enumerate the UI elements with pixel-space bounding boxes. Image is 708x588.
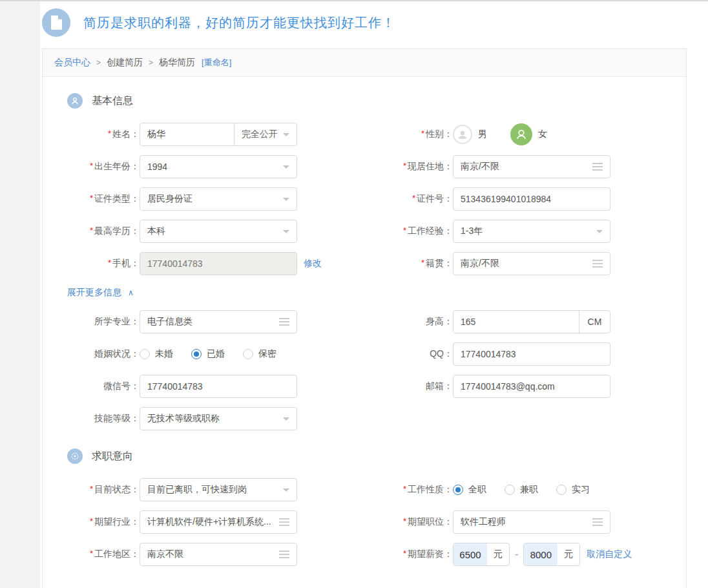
skill-level-select[interactable]: 无技术等级或职称 bbox=[140, 407, 297, 430]
height-field: CM bbox=[453, 310, 610, 333]
caret-down-icon bbox=[283, 165, 289, 169]
caret-down-icon bbox=[283, 417, 289, 421]
form-row-education-experience: *最高学历： 本科 *工作经验： 1-3年 bbox=[43, 215, 686, 247]
native-place-value: 南京/不限 bbox=[461, 258, 499, 269]
radio-icon bbox=[505, 485, 515, 495]
form-row-birth-residence: *出生年份： 1994 *现居住地： 南京/不限 bbox=[43, 151, 686, 183]
rename-link[interactable]: [重命名] bbox=[202, 57, 231, 68]
breadcrumb-separator: > bbox=[96, 58, 101, 67]
breadcrumb-current-resume: 杨华简历 bbox=[159, 57, 195, 68]
cancel-custom-salary-link[interactable]: 取消自定义 bbox=[587, 549, 632, 560]
required-icon: * bbox=[403, 226, 406, 235]
industry-label: *期望行业： bbox=[43, 516, 140, 528]
caret-down-icon bbox=[283, 488, 289, 492]
position-value: 软件工程师 bbox=[461, 516, 506, 528]
education-select[interactable]: 本科 bbox=[140, 220, 297, 243]
form-row-name-gender: *姓名： 完全公开 *性别： bbox=[43, 118, 686, 151]
education-label: *最高学历： bbox=[43, 226, 140, 237]
native-place-picker[interactable]: 南京/不限 bbox=[453, 252, 610, 275]
industry-picker[interactable]: 计算机软件/硬件+计算机系统... bbox=[140, 510, 297, 534]
required-icon: * bbox=[90, 193, 93, 203]
required-icon: * bbox=[108, 258, 111, 268]
marital-option-secret[interactable]: 保密 bbox=[243, 348, 276, 360]
work-area-value: 南京不限 bbox=[147, 549, 183, 560]
nature-option-fulltime[interactable]: 全职 bbox=[453, 484, 486, 496]
required-icon: * bbox=[90, 549, 93, 558]
residence-value: 南京/不限 bbox=[461, 161, 499, 173]
section-basic-info: 基本信息 bbox=[67, 91, 686, 110]
form-card: 会员中心 > 创建简历 > 杨华简历 [重命名] 基本信息 *姓名： bbox=[42, 48, 687, 588]
salary-range: 元 - 元 取消自定义 bbox=[453, 543, 632, 566]
nature-option-intern[interactable]: 实习 bbox=[556, 484, 590, 496]
experience-value: 1-3年 bbox=[461, 226, 483, 237]
marital-option-married[interactable]: 已婚 bbox=[191, 348, 225, 360]
work-area-label: *工作地区： bbox=[43, 549, 140, 560]
salary-max-field: 元 bbox=[523, 543, 580, 566]
gender-male-option[interactable]: 男 bbox=[453, 125, 487, 144]
salary-min-input[interactable] bbox=[453, 543, 487, 565]
nature-option-parttime[interactable]: 兼职 bbox=[505, 484, 538, 496]
name-input[interactable] bbox=[140, 124, 234, 145]
id-type-select[interactable]: 居民身份证 bbox=[140, 187, 297, 211]
required-icon: * bbox=[403, 161, 406, 171]
expand-more-link[interactable]: 展开更多信息 ∧ bbox=[67, 287, 134, 299]
caret-down-icon bbox=[283, 133, 289, 136]
resume-form: 基本信息 *姓名： 完全公开 bbox=[43, 77, 686, 571]
email-input[interactable] bbox=[453, 375, 610, 398]
job-intention-rows: *目前状态： 目前已离职，可快速到岗 *工作性质： 全职 bbox=[43, 474, 686, 571]
skill-level-label: 技能等级： bbox=[43, 413, 140, 425]
residence-picker[interactable]: 南京/不限 bbox=[453, 155, 610, 178]
menu-icon bbox=[279, 551, 289, 558]
resume-form-page: 简历是求职的利器，好的简历才能更快找到好工作！ 会员中心 > 创建简历 > 杨华… bbox=[40, 1, 708, 588]
form-row-wechat-email: 微信号： 邮箱： bbox=[43, 370, 686, 403]
salary-max-input[interactable] bbox=[524, 543, 557, 565]
basic-info-rows: *姓名： 完全公开 *性别： bbox=[43, 118, 686, 435]
job-nature-label: *工作性质： bbox=[356, 484, 453, 496]
form-row-status-nature: *目前状态： 目前已离职，可快速到岗 *工作性质： 全职 bbox=[43, 474, 686, 506]
marital-option-unmarried[interactable]: 未婚 bbox=[140, 348, 173, 360]
name-privacy-select[interactable]: 完全公开 bbox=[234, 123, 297, 145]
gender-label: *性别： bbox=[356, 129, 453, 140]
gender-male-text: 男 bbox=[478, 129, 487, 140]
required-icon: * bbox=[403, 484, 406, 494]
required-icon: * bbox=[90, 484, 93, 494]
required-icon: * bbox=[90, 516, 93, 526]
caret-down-icon bbox=[596, 230, 603, 233]
qq-input[interactable] bbox=[453, 342, 610, 366]
modify-mobile-link[interactable]: 修改 bbox=[304, 258, 322, 269]
resume-doc-icon bbox=[42, 8, 70, 37]
work-area-picker[interactable]: 南京不限 bbox=[140, 543, 297, 566]
menu-icon bbox=[279, 318, 289, 326]
radio-icon bbox=[140, 349, 150, 359]
name-label: *姓名： bbox=[43, 129, 140, 140]
position-picker[interactable]: 软件工程师 bbox=[453, 510, 610, 534]
major-picker[interactable]: 电子信息类 bbox=[140, 310, 297, 333]
marital-married-text: 已婚 bbox=[207, 348, 225, 360]
target-icon bbox=[67, 448, 83, 464]
required-icon: * bbox=[403, 516, 406, 526]
nature-fulltime-text: 全职 bbox=[468, 484, 486, 496]
height-input[interactable] bbox=[453, 311, 579, 332]
birth-year-select[interactable]: 1994 bbox=[140, 155, 297, 178]
id-type-value: 居民身份证 bbox=[147, 193, 193, 205]
native-place-label: *籍贯： bbox=[356, 258, 453, 269]
current-status-select[interactable]: 目前已离职，可快速到岗 bbox=[140, 478, 297, 501]
required-icon: * bbox=[108, 129, 111, 138]
id-number-input[interactable] bbox=[453, 187, 610, 211]
experience-label: *工作经验： bbox=[356, 226, 453, 237]
breadcrumb-member-center[interactable]: 会员中心 bbox=[54, 57, 90, 68]
form-row-idtype-idno: *证件类型： 居民身份证 *证件号： bbox=[43, 183, 686, 215]
experience-select[interactable]: 1-3年 bbox=[453, 220, 610, 243]
menu-icon bbox=[279, 518, 289, 526]
gender-female-option[interactable]: 女 bbox=[510, 123, 547, 145]
section-title-job-intention: 求职意向 bbox=[92, 450, 133, 463]
major-value: 电子信息类 bbox=[147, 316, 193, 328]
marital-unmarried-text: 未婚 bbox=[155, 348, 173, 360]
section-job-intention: 求职意向 bbox=[67, 446, 686, 466]
education-value: 本科 bbox=[147, 226, 165, 237]
radio-checked-icon bbox=[191, 349, 202, 359]
salary-range-dash: - bbox=[515, 549, 518, 560]
skill-level-value: 无技术等级或职称 bbox=[147, 413, 220, 425]
height-unit: CM bbox=[579, 311, 610, 333]
wechat-input[interactable] bbox=[140, 375, 297, 398]
